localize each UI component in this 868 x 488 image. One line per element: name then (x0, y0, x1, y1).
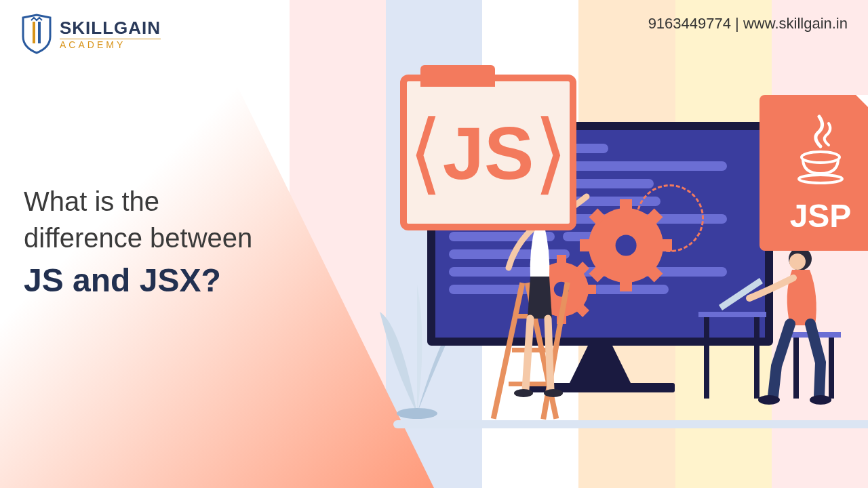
svg-point-16 (810, 395, 831, 405)
contact-url: www.skillgain.in (743, 15, 848, 32)
jsp-label: JSP (790, 197, 852, 235)
contact-info: 9163449774 | www.skillgain.in (648, 15, 848, 33)
gear-icon (589, 208, 663, 283)
svg-rect-8 (793, 338, 799, 399)
svg-rect-10 (698, 312, 766, 317)
svg-point-1 (802, 152, 840, 163)
ground-shadow (393, 420, 868, 428)
java-cup-icon (793, 111, 848, 186)
svg-rect-9 (829, 338, 834, 399)
svg-point-14 (789, 253, 806, 270)
logo-shield-icon (20, 14, 53, 54)
svg-rect-12 (754, 317, 760, 399)
svg-point-0 (397, 408, 437, 419)
svg-rect-11 (704, 317, 709, 399)
svg-point-5 (514, 389, 533, 397)
headline-line-2: difference between (24, 220, 252, 256)
man-figure-icon (685, 230, 854, 420)
js-label: JS (443, 110, 534, 196)
contact-phone: 9163449774 (648, 15, 731, 32)
logo-main-text: SKILLGAIN (60, 18, 161, 39)
svg-point-2 (799, 175, 842, 183)
jsp-card: JSP (760, 95, 868, 251)
brand-logo: SKILLGAIN ACADEMY (20, 14, 161, 54)
logo-sub-text: ACADEMY (60, 39, 161, 50)
hero-illustration: ⟨ JS ⟩ JSP (312, 81, 841, 461)
angle-bracket-right-icon: ⟩ (534, 101, 568, 204)
svg-point-6 (544, 389, 563, 397)
headline-line-1: What is the (24, 183, 252, 220)
svg-point-15 (758, 395, 780, 405)
angle-bracket-left-icon: ⟨ (408, 101, 443, 204)
headline-block: What is the difference between JS and JS… (24, 183, 252, 299)
js-card: ⟨ JS ⟩ (400, 75, 576, 230)
headline-emphasis: JS and JSX? (24, 262, 252, 299)
